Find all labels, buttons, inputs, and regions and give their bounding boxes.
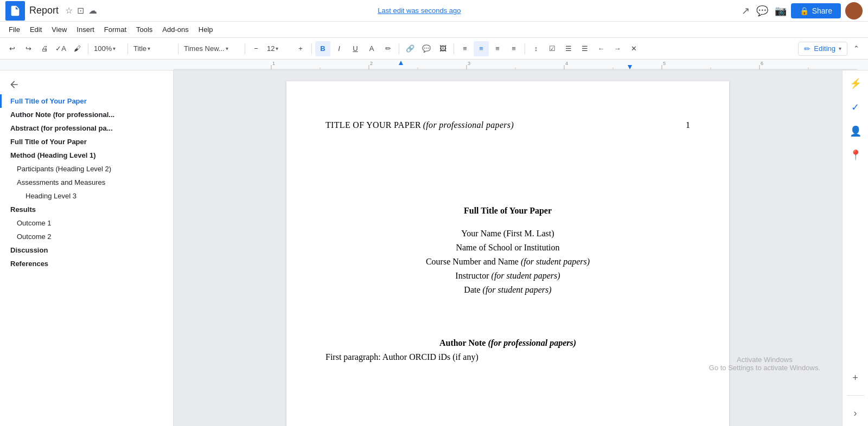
user-icon[interactable]: 👤 — [847, 122, 864, 140]
align-right-button[interactable]: ≡ — [490, 41, 505, 56]
document-area[interactable]: TITLE OF YOUR PAPER (for professional pa… — [174, 70, 842, 426]
expand-icon[interactable]: › — [847, 404, 864, 422]
user-avatar[interactable] — [845, 2, 863, 20]
sidebar-item-author-note[interactable]: Author Note (for professional... — [0, 108, 173, 121]
separator-2 — [127, 43, 128, 54]
bold-button[interactable]: B — [315, 41, 330, 56]
image-button[interactable]: 🖼 — [435, 41, 450, 56]
paper[interactable]: TITLE OF YOUR PAPER (for professional pa… — [286, 81, 729, 426]
instructor-label: Instructor — [455, 271, 489, 280]
align-center-button[interactable]: ≡ — [474, 41, 489, 56]
paper-main-title: Full Title of Your Paper — [326, 206, 690, 216]
main-area: Full Title of Your Paper Author Note (fo… — [0, 70, 868, 426]
underline-button[interactable]: U — [348, 41, 363, 56]
menu-insert[interactable]: Insert — [72, 24, 99, 35]
highlight-button[interactable]: ✏ — [380, 41, 395, 56]
institution-name: Name of School or Institution — [326, 243, 690, 253]
check-circle-icon[interactable]: ✓ — [847, 99, 864, 116]
add-icon[interactable]: + — [847, 369, 864, 386]
running-head-italic: (for professional papers) — [423, 120, 514, 130]
sidebar-back-button[interactable] — [0, 77, 173, 94]
sidebar-item-discussion[interactable]: Discussion — [0, 243, 173, 257]
author-note-label: Author Note — [439, 338, 486, 347]
align-left-button[interactable]: ≡ — [457, 41, 473, 56]
cloud-icon[interactable]: ☁ — [88, 5, 97, 16]
paintformat-button[interactable]: 🖌 — [69, 41, 85, 56]
print-button[interactable]: 🖨 — [37, 41, 52, 56]
checklist-button[interactable]: ☑ — [545, 41, 560, 56]
undo-button[interactable]: ↩ — [4, 41, 20, 56]
align-justify-button[interactable]: ≡ — [506, 41, 521, 56]
sidebar-item-abstract[interactable]: Abstract (for professional pa... — [0, 121, 173, 135]
separator-3 — [178, 43, 178, 54]
style-dropdown[interactable]: Title ▾ — [131, 41, 175, 56]
menu-format[interactable]: Format — [100, 24, 131, 35]
location-icon[interactable]: 📍 — [847, 146, 864, 164]
sidebar-item-full-title-active[interactable]: Full Title of Your Paper — [0, 94, 173, 108]
sidebar-item-assessments[interactable]: Assessments and Measures — [0, 176, 173, 189]
menu-file[interactable]: File — [4, 24, 24, 35]
meet-icon[interactable]: 📷 — [775, 5, 787, 17]
sidebar-item-full-title[interactable]: Full Title of Your Paper — [0, 135, 173, 149]
font-size-increase[interactable]: + — [293, 41, 308, 56]
app-icon — [5, 1, 25, 21]
font-size-decrease[interactable]: − — [248, 41, 264, 56]
sidebar-item-outcome2[interactable]: Outcome 2 — [0, 230, 173, 243]
menu-edit[interactable]: Edit — [25, 24, 46, 35]
menu-tools[interactable]: Tools — [132, 24, 157, 35]
menu-addons[interactable]: Add-ons — [158, 24, 193, 35]
bullet-list-button[interactable]: ☰ — [561, 41, 576, 56]
star-icon[interactable]: ☆ — [65, 5, 73, 16]
font-size-value: 12 — [267, 44, 275, 53]
menu-help[interactable]: Help — [194, 24, 218, 35]
sidebar-item-method[interactable]: Method (Heading Level 1) — [0, 149, 173, 162]
indent-increase-button[interactable]: → — [610, 41, 625, 56]
separator-1 — [88, 43, 88, 54]
svg-text:1: 1 — [272, 61, 275, 66]
notification-icon[interactable]: ⚡ — [847, 75, 864, 92]
collapse-toolbar-button[interactable]: ⌃ — [848, 41, 864, 56]
link-button[interactable]: 🔗 — [403, 41, 418, 56]
separator-6 — [399, 43, 399, 54]
font-color-button[interactable]: A — [364, 41, 379, 56]
line-spacing-button[interactable]: ↕ — [528, 41, 544, 56]
editing-mode-button[interactable]: ✏ Editing ▾ — [798, 42, 847, 56]
svg-text:4: 4 — [565, 61, 568, 66]
comments-icon[interactable]: 💬 — [756, 5, 768, 17]
ruler: 1 2 3 4 5 6 — [0, 60, 868, 70]
separator-5 — [311, 43, 312, 54]
sidebar-item-results[interactable]: Results — [0, 203, 173, 216]
menu-view[interactable]: View — [47, 24, 71, 35]
header-right-icons: ↗ 💬 📷 — [742, 5, 787, 17]
course-label: Course Number and Name — [426, 257, 519, 266]
font-dropdown[interactable]: Times New... ▾ — [182, 41, 241, 56]
svg-text:5: 5 — [663, 61, 666, 66]
ruler-svg: 1 2 3 4 5 6 — [174, 60, 857, 70]
numbered-list-button[interactable]: ☰ — [577, 41, 592, 56]
redo-button[interactable]: ↪ — [21, 41, 36, 56]
font-value: Times New... — [184, 44, 225, 53]
font-size-dropdown[interactable]: 12 ▾ — [265, 41, 292, 56]
svg-text:3: 3 — [468, 61, 470, 66]
zoom-chevron: ▾ — [113, 46, 116, 51]
sidebar-item-participants[interactable]: Participants (Heading Level 2) — [0, 162, 173, 176]
sidebar: Full Title of Your Paper Author Note (fo… — [0, 70, 174, 426]
trending-icon[interactable]: ↗ — [742, 5, 750, 17]
share-button[interactable]: 🔒 Share — [791, 3, 841, 18]
clear-formatting-button[interactable]: ✕ — [626, 41, 641, 56]
sidebar-item-references[interactable]: References — [0, 257, 173, 270]
sidebar-item-heading3[interactable]: Heading Level 3 — [0, 189, 173, 203]
spellcheck-button[interactable]: ✓A — [53, 41, 68, 56]
right-panel: ⚡ ✓ 👤 📍 + › — [842, 70, 868, 426]
last-edit-text[interactable]: Last edit was seconds ago — [378, 7, 461, 15]
italic-button[interactable]: I — [331, 41, 347, 56]
zoom-dropdown[interactable]: 100% ▾ — [92, 41, 124, 56]
separator-8 — [525, 43, 525, 54]
svg-marker-20 — [628, 65, 632, 69]
indent-decrease-button[interactable]: ← — [593, 41, 609, 56]
sidebar-item-outcome1[interactable]: Outcome 1 — [0, 216, 173, 230]
history-icon[interactable]: ⊡ — [77, 5, 84, 16]
date-italic: (for student papers) — [483, 285, 552, 294]
comment-button[interactable]: 💬 — [419, 41, 434, 56]
date-label: Date — [464, 285, 480, 294]
